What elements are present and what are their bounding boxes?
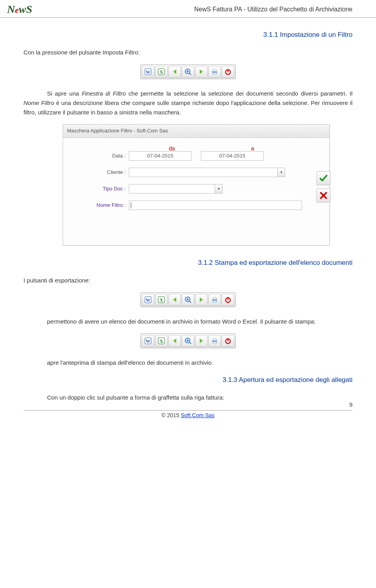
text-span: Si apre una bbox=[47, 90, 82, 97]
page-header: NewS NewS Fattura PA - Utilizzo del Pacc… bbox=[0, 0, 376, 18]
svg-rect-10 bbox=[213, 73, 216, 74]
svg-rect-24 bbox=[213, 297, 216, 299]
text-span: che permette la selezione la selezione d… bbox=[126, 90, 352, 97]
word-export-button[interactable]: W bbox=[142, 294, 154, 306]
svg-line-33 bbox=[189, 342, 191, 344]
svg-text:W: W bbox=[146, 297, 150, 303]
column-header-a: a bbox=[251, 144, 254, 153]
input-cliente[interactable] bbox=[129, 168, 278, 177]
paragraph-export-description: permettono di avere un elenco dei docume… bbox=[24, 317, 352, 326]
copyright-text: © 2015 bbox=[161, 412, 181, 418]
input-nome-filtro[interactable] bbox=[129, 201, 302, 210]
excel-export-button[interactable]: X bbox=[155, 66, 168, 78]
power-button[interactable] bbox=[222, 335, 234, 347]
svg-rect-38 bbox=[213, 342, 216, 344]
input-data-da[interactable] bbox=[129, 151, 192, 161]
zoom-button[interactable] bbox=[182, 66, 194, 78]
label-data: Data : bbox=[67, 152, 129, 160]
intro-text-1: Con la pressione del pulsante Imposta Fi… bbox=[24, 48, 352, 57]
cancel-button[interactable] bbox=[316, 188, 331, 203]
text-span: è una descrizione libera che compare sul… bbox=[24, 100, 352, 116]
svg-rect-9 bbox=[213, 69, 216, 71]
logo: NewS bbox=[7, 3, 32, 16]
power-button[interactable] bbox=[222, 294, 234, 306]
svg-text:W: W bbox=[146, 69, 150, 75]
intro-text-2: I pulsanti di esportazione: bbox=[24, 276, 352, 285]
svg-text:X: X bbox=[160, 297, 163, 303]
svg-text:X: X bbox=[160, 338, 163, 344]
svg-rect-25 bbox=[213, 301, 216, 302]
next-arrow-button[interactable] bbox=[195, 335, 208, 347]
word-export-button[interactable]: W bbox=[142, 335, 154, 347]
footer-link[interactable]: Soft.Com Sas bbox=[181, 412, 214, 418]
excel-export-button[interactable]: X bbox=[155, 294, 168, 306]
print-toolbar: W X bbox=[140, 333, 236, 348]
input-tipo-doc[interactable] bbox=[129, 184, 215, 194]
power-button[interactable] bbox=[222, 66, 234, 78]
paragraph-attachments: Con un doppio clic sul pulsante a forma … bbox=[24, 393, 352, 402]
zoom-button[interactable] bbox=[182, 335, 194, 347]
excel-export-button[interactable]: X bbox=[155, 335, 168, 347]
word-export-button[interactable]: W bbox=[142, 66, 154, 78]
dialog-title: Maschera Applicazione Filtro - Soft.Com … bbox=[63, 125, 329, 138]
column-header-da: da bbox=[169, 144, 175, 153]
confirm-button[interactable] bbox=[316, 171, 331, 185]
filter-toolbar: W X bbox=[140, 64, 236, 79]
prev-arrow-button[interactable] bbox=[168, 66, 181, 78]
svg-text:W: W bbox=[146, 338, 150, 344]
paragraph-print-preview: apre l'anteprima di stampa dell'elenco d… bbox=[24, 358, 352, 367]
term-nome-filtro: Nome Filtro bbox=[24, 100, 54, 106]
page-number: 9 bbox=[349, 401, 352, 408]
svg-line-20 bbox=[189, 301, 191, 303]
dropdown-cliente-icon[interactable]: ▾ bbox=[278, 168, 285, 177]
input-data-a[interactable] bbox=[201, 151, 264, 161]
page-footer: 9 © 2015 Soft.Com Sas bbox=[24, 410, 352, 418]
filter-dialog: Maschera Applicazione Filtro - Soft.Com … bbox=[63, 124, 330, 246]
print-button[interactable] bbox=[208, 66, 221, 78]
prev-arrow-button[interactable] bbox=[168, 294, 181, 306]
print-button[interactable] bbox=[208, 335, 221, 347]
zoom-button[interactable] bbox=[182, 294, 194, 306]
heading-3-1-1: 3.1.1 Impostazione di un Filtro bbox=[24, 29, 352, 40]
print-button[interactable] bbox=[208, 294, 221, 306]
label-tipo-doc: Tipo Doc : bbox=[67, 185, 129, 193]
dropdown-tipo-doc-icon[interactable]: ▾ bbox=[215, 184, 222, 194]
heading-3-1-2: 3.1.2 Stampa ed esportazione dell'elenco… bbox=[24, 257, 352, 268]
svg-rect-37 bbox=[213, 338, 216, 340]
prev-arrow-button[interactable] bbox=[168, 335, 181, 347]
next-arrow-button[interactable] bbox=[195, 294, 208, 306]
svg-text:X: X bbox=[160, 69, 163, 75]
paragraph-filter-window: Si apre una Finestra di Filtro che perme… bbox=[24, 89, 352, 117]
label-nome-filtro: Nome Filtro : bbox=[67, 201, 129, 210]
label-cliente: Cliente : bbox=[67, 168, 129, 177]
term-finestra-di-filtro: Finestra di Filtro bbox=[82, 90, 126, 97]
svg-line-5 bbox=[189, 73, 191, 75]
document-title: NewS Fattura PA - Utilizzo del Pacchetto… bbox=[194, 6, 352, 13]
heading-3-1-3: 3.1.3 Apertura ed esportazione degli all… bbox=[24, 375, 352, 385]
next-arrow-button[interactable] bbox=[195, 66, 208, 78]
export-toolbar: W X bbox=[140, 292, 236, 307]
